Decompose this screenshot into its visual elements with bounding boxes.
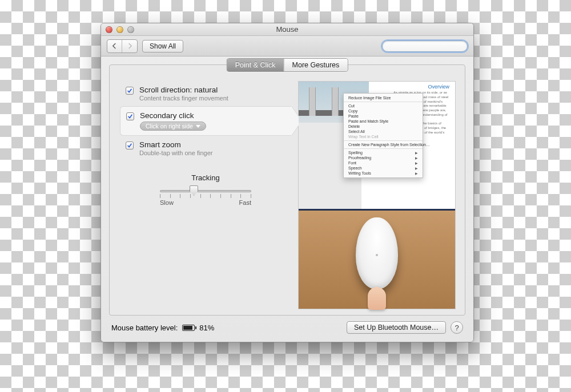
slider-ticks: [160, 194, 251, 198]
context-menu-item[interactable]: Cut: [344, 103, 423, 108]
tab-bar: Point & Click More Gestures: [227, 58, 348, 72]
help-button[interactable]: ?: [451, 321, 463, 334]
battery-value: 81%: [199, 324, 214, 332]
context-menu-item[interactable]: Spelling▶: [344, 150, 423, 155]
option-title: Smart zoom: [139, 140, 212, 149]
tab-more-gestures[interactable]: More Gestures: [284, 59, 348, 71]
option-text: Secondary click Click on right side: [140, 111, 206, 131]
preview-screen: Overview As simple as a log on its side,…: [299, 82, 455, 209]
chevron-down-icon: [196, 125, 200, 128]
context-menu-item[interactable]: Speech▶: [344, 165, 423, 171]
footer: Mouse battery level: 81% Set Up Bluetoot…: [109, 316, 465, 334]
forward-button[interactable]: [122, 40, 137, 52]
option-text: Scroll direction: natural Content tracks…: [139, 86, 228, 102]
option-subtitle: Content tracks finger movement: [139, 95, 228, 102]
chevron-right-icon: ▶: [415, 156, 418, 160]
checkbox-scroll[interactable]: [126, 87, 134, 95]
slider-fast-label: Fast: [239, 199, 251, 206]
option-scroll-direction[interactable]: Scroll direction: natural Content tracks…: [120, 81, 291, 106]
checkbox-secondary[interactable]: [126, 112, 134, 120]
titlebar: Mouse: [101, 23, 473, 36]
tracking-label: Tracking: [120, 173, 291, 182]
context-menu-item[interactable]: Paste and Match Style: [344, 119, 423, 124]
option-text: Smart zoom Double-tap with one finger: [139, 140, 212, 156]
toolbar: Show All: [101, 36, 473, 56]
tracking-section: Tracking Slow Fast: [120, 173, 291, 206]
chevron-right-icon: ▶: [415, 151, 418, 155]
slider-track: [160, 190, 251, 192]
setup-bluetooth-button[interactable]: Set Up Bluetooth Mouse…: [347, 321, 446, 334]
tab-point-and-click[interactable]: Point & Click: [227, 59, 284, 71]
secondary-click-dropdown[interactable]: Click on right side: [140, 122, 206, 131]
mouse-icon: [356, 217, 398, 289]
pane-body: Scroll direction: natural Content tracks…: [110, 65, 465, 315]
checkbox-smartzoom[interactable]: [126, 142, 134, 149]
window-title: Mouse: [101, 25, 473, 34]
context-menu-item[interactable]: Reduce Image File Size: [344, 95, 423, 100]
option-subtitle: Double-tap with one finger: [139, 149, 212, 156]
nav-segment: [107, 39, 138, 53]
chevron-right-icon: ▶: [415, 171, 418, 175]
context-menu-item[interactable]: Proofreading▶: [344, 155, 423, 160]
dropdown-label: Click on right side: [146, 123, 193, 130]
context-menu-item[interactable]: Select All: [344, 129, 423, 134]
search-input[interactable]: [382, 41, 468, 52]
back-button[interactable]: [107, 40, 122, 52]
search-wrap: [382, 41, 468, 52]
slider-slow-label: Slow: [160, 199, 174, 206]
content: Point & Click More Gestures Scroll direc…: [101, 56, 473, 342]
slider-ends: Slow Fast: [160, 199, 251, 206]
settings-pane: Point & Click More Gestures Scroll direc…: [109, 64, 465, 316]
context-menu-item[interactable]: Font▶: [344, 160, 423, 165]
chevron-right-icon: ▶: [415, 161, 418, 165]
chevron-right-icon: [127, 43, 132, 49]
option-title: Secondary click: [140, 111, 206, 120]
chevron-right-icon: ▶: [415, 166, 418, 170]
chevron-left-icon: [112, 43, 117, 49]
check-icon: [127, 88, 132, 94]
battery-icon: [182, 325, 195, 331]
check-icon: [127, 143, 132, 148]
show-all-button[interactable]: Show All: [142, 40, 183, 52]
preview-heading: Overview: [428, 84, 449, 90]
context-menu-item[interactable]: Copy: [344, 108, 423, 114]
option-secondary-click[interactable]: Secondary click Click on right side: [120, 106, 291, 136]
context-menu-item[interactable]: Delete: [344, 124, 423, 129]
preferences-window: Mouse Show All Point & Click More Gestur…: [100, 23, 474, 342]
slider-knob[interactable]: [190, 185, 198, 196]
context-menu-item[interactable]: Create New Paragraph Style from Selectio…: [344, 142, 423, 147]
preview-desk: [299, 209, 455, 309]
gesture-preview: Overview As simple as a log on its side,…: [298, 81, 456, 309]
battery-label: Mouse battery level:: [111, 324, 178, 332]
context-menu-item[interactable]: Writing Tools▶: [344, 171, 423, 176]
tracking-slider[interactable]: [160, 185, 251, 196]
option-smart-zoom[interactable]: Smart zoom Double-tap with one finger: [120, 136, 291, 161]
context-menu-item[interactable]: Wrap Text in Cell: [344, 134, 423, 139]
context-menu: Reduce Image File SizeCutCopyPastePaste …: [343, 93, 423, 178]
finger-icon: [368, 287, 386, 310]
check-icon: [127, 114, 133, 119]
option-title: Scroll direction: natural: [139, 86, 228, 94]
context-menu-item[interactable]: Paste: [344, 114, 423, 119]
options-column: Scroll direction: natural Content tracks…: [120, 81, 291, 309]
